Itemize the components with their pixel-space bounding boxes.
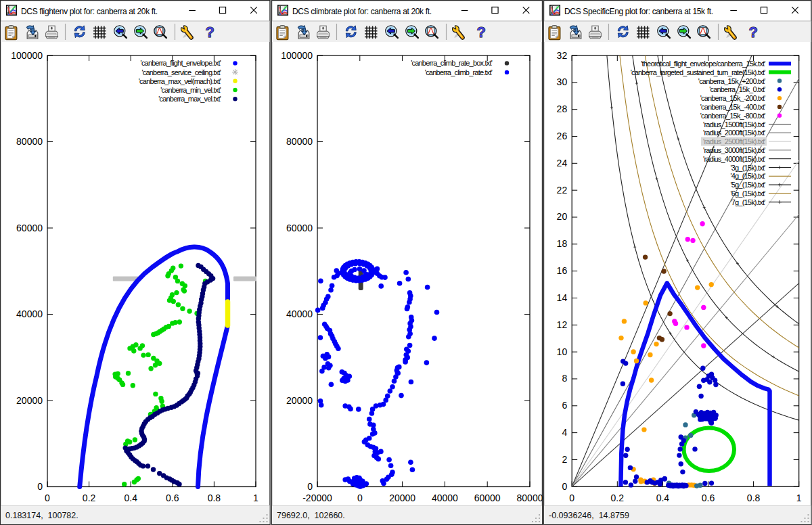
svg-text:'canberra_service_ceiling.txt': 'canberra_service_ceiling.txt' (141, 68, 221, 76)
svg-text:26: 26 (557, 131, 568, 141)
svg-text:30: 30 (557, 76, 568, 87)
svg-text:22: 22 (557, 185, 568, 196)
svg-text:'canberra_climb_rate_box.txt': 'canberra_climb_rate_box.txt' (411, 59, 492, 67)
svg-text:1: 1 (796, 493, 802, 503)
svg-text:60000: 60000 (474, 493, 501, 503)
svg-text:0: 0 (307, 481, 313, 492)
svg-text:0.2: 0.2 (611, 493, 625, 503)
svg-text:'radius_4000ft(15k).txt': 'radius_4000ft(15k).txt' (703, 155, 765, 163)
svg-text:20000: 20000 (16, 395, 43, 406)
svg-text:0.2: 0.2 (83, 493, 96, 503)
svg-text:28: 28 (557, 104, 568, 114)
svg-text:'radius_1500ft(15k).txt': 'radius_1500ft(15k).txt' (703, 120, 765, 129)
svg-text:'theoretical_flight_envelope/c: 'theoretical_flight_envelope/canberra_15… (641, 60, 765, 68)
svg-text:18: 18 (557, 238, 568, 249)
svg-text:79692.0, 102660.: 79692.0, 102660. (277, 511, 345, 520)
svg-text:'5g_(15k).txt': '5g_(15k).txt' (730, 181, 765, 189)
svg-text:20000: 20000 (286, 395, 313, 406)
svg-text:32: 32 (557, 50, 568, 61)
svg-text:DCS flightenv plot for: canber: DCS flightenv plot for: canberra at 20k … (21, 7, 158, 16)
svg-text:'4g_(15k).txt': '4g_(15k).txt' (730, 172, 765, 180)
svg-text:0: 0 (37, 481, 43, 492)
svg-text:0.8: 0.8 (747, 493, 761, 503)
svg-text:0.4: 0.4 (656, 493, 670, 503)
svg-text:10: 10 (557, 346, 568, 357)
svg-text:'radius_2500ft(15k).txt': 'radius_2500ft(15k).txt' (703, 137, 765, 145)
svg-text:6: 6 (562, 400, 567, 411)
svg-text:12: 12 (557, 319, 568, 330)
svg-text:0.6: 0.6 (702, 493, 715, 503)
svg-text:16: 16 (557, 265, 568, 276)
svg-text:0.6: 0.6 (166, 493, 179, 503)
svg-text:'canberra_15k_-800.txt': 'canberra_15k_-800.txt' (700, 112, 766, 120)
svg-text:0: 0 (45, 493, 50, 503)
svg-text:0.8: 0.8 (208, 493, 221, 503)
svg-text:DCS SpecificEng plot for: canb: DCS SpecificEng plot for: canberra at 15… (564, 7, 713, 16)
svg-text:60000: 60000 (286, 223, 313, 233)
svg-text:'radius_2000ft(15k).txt': 'radius_2000ft(15k).txt' (703, 129, 765, 137)
svg-text:0.183174, 100782.: 0.183174, 100782. (5, 511, 78, 520)
svg-text:0: 0 (562, 481, 567, 492)
svg-text:24: 24 (557, 158, 568, 168)
svg-text:'canberra_flight_envelope.txt': 'canberra_flight_envelope.txt' (141, 59, 221, 67)
svg-text:'canberra_climb_rate.txt': 'canberra_climb_rate.txt' (425, 68, 493, 76)
svg-text:0: 0 (569, 493, 574, 503)
svg-text:1: 1 (253, 493, 258, 503)
svg-text:'canberra_15k_+200.txt': 'canberra_15k_+200.txt' (698, 77, 765, 85)
svg-text:-20000: -20000 (302, 493, 332, 503)
svg-text:'radius_3000ft(15k).txt': 'radius_3000ft(15k).txt' (703, 146, 765, 154)
svg-text:'3g_(15k).txt': '3g_(15k).txt' (730, 164, 765, 172)
svg-text:'canberra_max_vel.txt': 'canberra_max_vel.txt' (158, 95, 221, 103)
svg-text:'canberra_min_vel.txt': 'canberra_min_vel.txt' (160, 86, 221, 94)
svg-text:'canberra_15k_0.txt': 'canberra_15k_0.txt' (709, 85, 765, 93)
svg-text:'6g_(15k).txt': '6g_(15k).txt' (730, 189, 765, 198)
svg-text:'canberra_15k_-200.txt': 'canberra_15k_-200.txt' (700, 94, 766, 102)
svg-text:40000: 40000 (432, 493, 458, 503)
svg-text:20: 20 (557, 211, 568, 222)
svg-text:0.4: 0.4 (124, 493, 137, 503)
svg-text:DCS climbrate plot for: canber: DCS climbrate plot for: canberra at 20k … (292, 7, 432, 16)
svg-text:80000: 80000 (16, 136, 43, 147)
svg-text:'7g_(15k).txt': '7g_(15k).txt' (730, 198, 765, 206)
svg-text:0: 0 (357, 493, 363, 503)
svg-text:60000: 60000 (16, 223, 43, 233)
svg-text:'canberra_15k_-400.txt': 'canberra_15k_-400.txt' (700, 103, 766, 111)
svg-text:'canberra_targeted_sustained_t: 'canberra_targeted_sustained_turn_rate(1… (631, 68, 765, 76)
svg-text:-0.0936246, 14.8759: -0.0936246, 14.8759 (549, 511, 629, 520)
svg-text:80000: 80000 (286, 136, 313, 147)
svg-text:80000: 80000 (517, 493, 543, 503)
svg-text:14: 14 (557, 292, 568, 303)
svg-text:8: 8 (562, 373, 567, 384)
svg-text:40000: 40000 (286, 309, 313, 319)
svg-text:100000: 100000 (281, 50, 313, 61)
svg-text:40000: 40000 (16, 309, 43, 319)
svg-text:'canberra_max_vel(mach).txt': 'canberra_max_vel(mach).txt' (139, 77, 221, 85)
svg-text:4: 4 (562, 427, 567, 438)
svg-text:20000: 20000 (389, 493, 415, 503)
svg-text:2: 2 (562, 454, 567, 465)
svg-text:100000: 100000 (11, 50, 43, 61)
